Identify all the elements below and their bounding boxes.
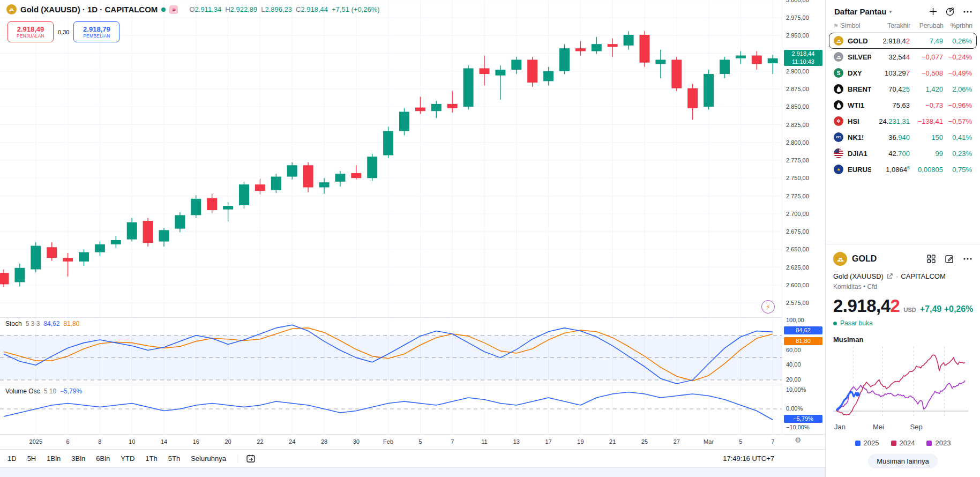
market-status-text: Pasar buka: [840, 319, 873, 327]
column-pct[interactable]: %prbhn: [944, 22, 972, 29]
watchlist-row-hsi[interactable]: ✻HSI24.231,31−138,41−0,57%: [829, 113, 977, 129]
row-pct: 0,75%: [943, 166, 972, 174]
strategy-badge-icon[interactable]: ≈: [169, 5, 178, 14]
range-button-seluruhnya[interactable]: Seluruhnya: [191, 454, 226, 463]
row-last: 32,544: [871, 53, 910, 61]
ohlc-change: +7,51 (+0,26%): [332, 5, 380, 13]
candlestick-chart[interactable]: [0, 0, 782, 317]
trading-platform: Gold (XAUUSD) · 1D · CAPITALCOM ≈ O2.911…: [0, 0, 980, 477]
detail-kind-text: Cfd: [867, 283, 878, 290]
quick-action-lightning-icon[interactable]: ⚡: [761, 300, 775, 314]
volume-osc-chart[interactable]: [0, 385, 782, 435]
range-button-ytd[interactable]: YTD: [121, 454, 134, 463]
sell-button[interactable]: 2.918,49 PENJUALAN: [8, 21, 54, 42]
detail-name-link[interactable]: Gold (XAUUSD): [833, 272, 884, 280]
range-button-1d[interactable]: 1D: [8, 454, 17, 463]
row-symbol: WTI1: [848, 101, 871, 109]
seasonal-chart[interactable]: JanMeiSep: [833, 345, 972, 431]
clock[interactable]: 17:49:16 UTC+7: [723, 454, 774, 463]
grid-view-icon[interactable]: [926, 254, 936, 264]
stochastic-legend[interactable]: Stoch 5 3 3 84,62 81,80: [5, 320, 79, 327]
price-pane[interactable]: Gold (XAUUSD) · 1D · CAPITALCOM ≈ O2.911…: [0, 0, 782, 317]
price-tick: 2.800,00: [786, 139, 809, 146]
seasonal-more-button[interactable]: Musiman lainnya: [868, 454, 938, 468]
row-change: −0,077: [910, 53, 943, 61]
market-open-dot-icon: [161, 8, 166, 12]
candles-layer: [0, 31, 778, 287]
row-change: −138,41: [910, 117, 943, 125]
stochastic-chart[interactable]: [0, 318, 782, 385]
chart-legend: Gold (XAUUSD) · 1D · CAPITALCOM ≈ O2.911…: [6, 4, 380, 14]
range-button-1bln[interactable]: 1Bln: [47, 454, 61, 463]
range-button-5th[interactable]: 5Th: [168, 454, 180, 463]
row-pct: −0,24%: [943, 53, 972, 61]
chevron-down-icon: ▾: [889, 9, 892, 14]
go-to-date-icon[interactable]: [246, 454, 256, 464]
watchlist-title-dropdown[interactable]: Daftar Pantau ▾: [834, 7, 892, 16]
vol-osc-badge: −5,79%: [784, 415, 822, 423]
time-tick: 27: [674, 438, 680, 445]
watchlist-rows: GOLD2.918,427,490,26%SILVER32,544−0,077−…: [829, 33, 977, 177]
price-tick: 2.600,00: [786, 282, 809, 288]
legend-item-2024[interactable]: 2024: [891, 439, 915, 447]
watchlist-row-gold[interactable]: GOLD2.918,427,490,26%: [829, 33, 977, 49]
time-axis[interactable]: 2025681014162022242830Feb571113171921252…: [0, 434, 825, 450]
stoch-k-value: 84,62: [43, 320, 59, 327]
sell-price: 2.918,49: [17, 26, 44, 33]
row-pct: 0,23%: [943, 150, 972, 158]
watchlist-row-wti1[interactable]: WTI175,63−0,73−0,96%: [829, 97, 977, 113]
buy-label: PEMBELIAN: [83, 33, 110, 39]
range-button-5h[interactable]: 5H: [27, 454, 36, 463]
seasonal-line-2024: [836, 355, 965, 415]
watchlist-row-silver[interactable]: SILVER32,544−0,077−0,24%: [829, 49, 977, 65]
watchlist-row-brent[interactable]: BRENT70,4251,4202,06%: [829, 81, 977, 97]
range-button-1th[interactable]: 1Th: [145, 454, 157, 463]
add-symbol-plus-icon[interactable]: [929, 7, 938, 16]
symbol-title[interactable]: Gold (XAUUSD) · 1D · CAPITALCOM: [20, 5, 158, 14]
time-tick: 21: [609, 438, 616, 445]
price-tick: 2.725,00: [786, 193, 809, 199]
row-last: 2.918,42: [871, 37, 910, 45]
price-axis[interactable]: 3.000,002.975,002.950,002.925,002.900,00…: [782, 0, 826, 434]
legend-item-2025[interactable]: 2025: [855, 439, 879, 447]
watchlist-row-nk1![interactable]: 225NK1!36.9401500,41%: [829, 129, 977, 145]
flag-column-icon: ⚑: [833, 23, 841, 29]
stochastic-pane[interactable]: Stoch 5 3 3 84,62 81,80: [0, 317, 782, 385]
external-link-icon[interactable]: [886, 273, 893, 280]
vol-tick: 10,00%: [786, 386, 806, 393]
price-tick: 2.875,00: [786, 86, 809, 92]
time-tick: 17: [545, 438, 551, 445]
buy-button[interactable]: 2.918,79 PEMBELIAN: [73, 21, 119, 42]
detail-more-kebab-icon[interactable]: [963, 257, 972, 260]
watchlist-row-dxy[interactable]: SDXY103,297−0,508−0,49%: [829, 65, 977, 81]
time-tick: 19: [577, 438, 583, 445]
row-last: 103,297: [871, 69, 910, 77]
range-button-6bln[interactable]: 6Bln: [96, 454, 110, 463]
watchlist-more-kebab-icon[interactable]: [963, 10, 972, 13]
axis-settings-gear-icon[interactable]: ⚙: [795, 436, 802, 444]
time-tick: 8: [98, 438, 101, 445]
time-tick: 5: [739, 438, 742, 445]
legend-item-2023[interactable]: 2023: [926, 439, 951, 447]
row-last: 24.231,31: [871, 117, 910, 125]
pie-chart-edit-icon[interactable]: [945, 6, 955, 17]
ohlc-item: O2.911,34: [189, 5, 221, 13]
watchlist-column-headers[interactable]: ⚑ Simbol Terakhir Perubah %prbhn: [829, 21, 977, 33]
volume-osc-pane[interactable]: Volume Osc 5 10 −5,79% TradingView: [0, 385, 782, 435]
price-tick: 2.625,00: [786, 264, 809, 271]
column-symbol[interactable]: Simbol: [841, 22, 872, 29]
watchlist-row-eurusi[interactable]: ★EURUSI1,086460,008050,75%: [829, 161, 977, 177]
row-change: 1,420: [910, 85, 943, 93]
row-pct: 2,06%: [943, 85, 972, 93]
watchlist-row-djia1[interactable]: DJIA142.700990,23%: [829, 145, 977, 161]
column-last[interactable]: Terakhir: [872, 22, 910, 29]
vol-tick: 0,00%: [786, 405, 803, 412]
volume-osc-legend[interactable]: Volume Osc 5 10 −5,79%: [5, 387, 82, 395]
spread-value: 0,30: [58, 29, 69, 35]
time-tick: 7: [771, 438, 774, 445]
last-price-badge: 2.918,4411:10:43: [784, 50, 822, 66]
edit-note-icon[interactable]: [945, 254, 954, 264]
column-change[interactable]: Perubah: [910, 22, 944, 29]
range-button-3bln[interactable]: 3Bln: [71, 454, 85, 463]
time-tick: 16: [193, 438, 199, 445]
